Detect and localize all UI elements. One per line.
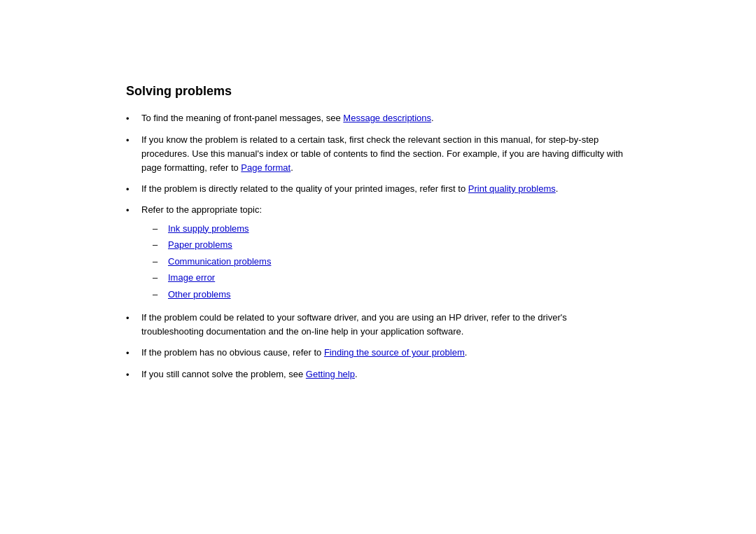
list-item: • If the problem is directly related to …: [126, 182, 630, 197]
item3-text-after: .: [556, 183, 559, 194]
list-item: • If you still cannot solve the problem,…: [126, 367, 630, 382]
item7-text-after: .: [355, 369, 358, 379]
sub-list: – Ink supply problems – Paper problems –…: [153, 222, 630, 302]
bullet: •: [126, 368, 139, 382]
bullet: •: [126, 311, 139, 325]
dash: –: [153, 288, 165, 302]
list-item: • If you know the problem is related to …: [126, 133, 630, 175]
item3-text-before: If the problem is directly related to th…: [141, 183, 468, 194]
bullet: •: [126, 204, 139, 218]
item1-content: To find the meaning of front-panel messa…: [141, 111, 630, 125]
item6-text-before: If the problem has no obvious cause, ref…: [141, 347, 324, 358]
finding-source-link[interactable]: Finding the source of your problem: [324, 347, 465, 358]
image-error-link[interactable]: Image error: [168, 271, 215, 285]
list-item: • Refer to the appropriate topic: – Ink …: [126, 203, 630, 304]
item2-content: If you know the problem is related to a …: [141, 133, 630, 175]
item2-text-after: .: [290, 162, 293, 173]
main-list: • To find the meaning of front-panel mes…: [126, 111, 630, 381]
sub-list-item: – Image error: [153, 271, 630, 285]
list-item: • To find the meaning of front-panel mes…: [126, 111, 630, 126]
sub-list-item: – Paper problems: [153, 238, 630, 252]
bullet: •: [126, 112, 139, 126]
message-descriptions-link[interactable]: Message descriptions: [343, 113, 431, 123]
item4-text-before: Refer to the appropriate topic:: [141, 204, 262, 215]
page-container: Solving problems • To find the meaning o…: [0, 0, 756, 416]
list-item: • If the problem could be related to you…: [126, 311, 630, 339]
print-quality-problems-link[interactable]: Print quality problems: [468, 183, 556, 194]
dash: –: [153, 255, 165, 269]
paper-problems-link[interactable]: Paper problems: [168, 238, 232, 252]
item7-text-before: If you still cannot solve the problem, s…: [141, 369, 306, 379]
item4-content: Refer to the appropriate topic: – Ink su…: [141, 203, 630, 304]
getting-help-link[interactable]: Getting help: [306, 369, 355, 379]
bullet: •: [126, 134, 139, 148]
item5-text: If the problem could be related to your …: [141, 312, 567, 337]
list-item: • If the problem has no obvious cause, r…: [126, 346, 630, 360]
sub-list-item: – Communication problems: [153, 255, 630, 269]
dash: –: [153, 222, 165, 236]
item2-text-before: If you know the problem is related to a …: [141, 134, 623, 173]
item1-text-before: To find the meaning of front-panel messa…: [141, 113, 343, 123]
other-problems-link[interactable]: Other problems: [168, 288, 231, 302]
sub-list-item: – Other problems: [153, 288, 630, 302]
item6-content: If the problem has no obvious cause, ref…: [141, 346, 630, 360]
communication-problems-link[interactable]: Communication problems: [168, 255, 271, 269]
dash: –: [153, 238, 165, 252]
item3-content: If the problem is directly related to th…: [141, 182, 630, 196]
sub-list-item: – Ink supply problems: [153, 222, 630, 236]
ink-supply-problems-link[interactable]: Ink supply problems: [168, 222, 249, 236]
item6-text-after: .: [465, 347, 468, 358]
bullet: •: [126, 346, 139, 360]
item1-text-after: .: [431, 113, 434, 123]
dash: –: [153, 271, 165, 285]
item7-content: If you still cannot solve the problem, s…: [141, 367, 630, 381]
page-title: Solving problems: [126, 84, 630, 99]
page-format-link[interactable]: Page format: [241, 162, 290, 173]
item5-content: If the problem could be related to your …: [141, 311, 630, 339]
bullet: •: [126, 183, 139, 197]
